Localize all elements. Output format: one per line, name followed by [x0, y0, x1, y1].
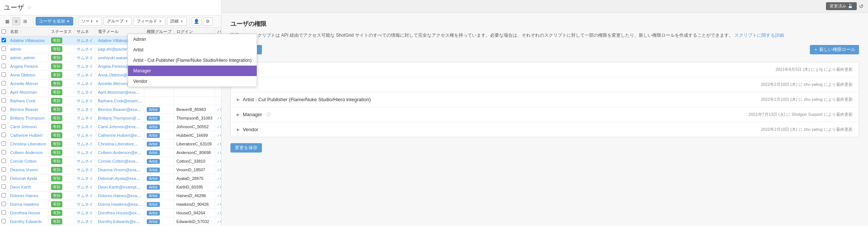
thumb-link[interactable]: サムネイ: [77, 90, 93, 94]
view-grid-btn[interactable]: ▦: [3, 17, 11, 25]
dropdown-item-manager[interactable]: Manager: [128, 66, 257, 76]
user-name-link[interactable]: Angela Perkins: [10, 64, 38, 69]
password-link[interactable]: パスワードを変更: [217, 185, 221, 189]
row-checkbox[interactable]: [2, 107, 6, 111]
row-checkbox[interactable]: [2, 159, 6, 163]
row-checkbox[interactable]: [2, 38, 6, 42]
password-link[interactable]: パスワードを変更: [217, 176, 221, 181]
group-button[interactable]: グループ ▼: [104, 17, 132, 25]
row-checkbox[interactable]: [2, 202, 6, 206]
dropdown-item-artist[interactable]: Artist: [128, 45, 257, 55]
role-header[interactable]: ▶ Admin 2021年8月5日 (木) に y hj により最終更新: [231, 62, 859, 77]
row-checkbox[interactable]: [2, 184, 6, 189]
thumb-link[interactable]: サムネイ: [77, 202, 93, 207]
dropdown-item-vendor[interactable]: Vendor: [128, 76, 257, 87]
select-all-checkbox[interactable]: [2, 29, 6, 34]
password-link[interactable]: パスワードを変更: [217, 142, 221, 146]
thumb-link[interactable]: サムネイ: [77, 193, 93, 198]
user-name-link[interactable]: Catherine Hulbert: [10, 133, 42, 138]
password-link[interactable]: パスワードを変更: [217, 159, 221, 163]
thumb-link[interactable]: サムネイ: [77, 64, 93, 69]
description-link[interactable]: スクリプトに関する詳細: [734, 33, 784, 38]
dropdown-item-admin[interactable]: Admin: [128, 34, 257, 45]
user-name-link[interactable]: Dorothy Edwards: [10, 219, 42, 224]
password-link[interactable]: パスワードを変更: [217, 124, 221, 129]
thumb-link[interactable]: サムネイ: [77, 81, 93, 86]
detail-button[interactable]: 詳細 ▼: [167, 17, 187, 25]
thumb-link[interactable]: サムネイ: [77, 38, 93, 43]
password-link[interactable]: パスワードを変更: [217, 211, 221, 215]
user-name-link[interactable]: Brittany Thompson: [10, 116, 45, 120]
user-name-link[interactable]: Annette Mercer: [10, 81, 38, 86]
row-checkbox[interactable]: [2, 72, 6, 77]
row-checkbox[interactable]: [2, 133, 6, 137]
add-user-button[interactable]: ユーザ を追加 ▼: [36, 17, 73, 25]
row-checkbox[interactable]: [2, 81, 6, 85]
email-link[interactable]: Bernice.Beaver@example.com: [98, 107, 144, 112]
sort-button[interactable]: ソート ▼: [78, 17, 102, 25]
reload-icon[interactable]: ↺: [859, 3, 863, 9]
row-checkbox[interactable]: [2, 176, 6, 180]
thumb-link[interactable]: サムネイ: [77, 219, 93, 224]
password-link[interactable]: パスワードを変更: [217, 168, 221, 172]
row-checkbox[interactable]: [2, 167, 6, 172]
thumb-link[interactable]: サムネイ: [77, 150, 93, 155]
row-checkbox[interactable]: [2, 46, 6, 51]
user-name-link[interactable]: Deon Karth: [10, 185, 31, 189]
row-checkbox[interactable]: [2, 64, 6, 68]
row-checkbox[interactable]: [2, 210, 6, 215]
email-link[interactable]: Donna.Hawkins@example.com: [98, 202, 144, 207]
user-name-link[interactable]: Dorothea House: [10, 211, 40, 215]
password-link[interactable]: パスワードを変更: [217, 193, 221, 198]
user-name-link[interactable]: Deborah Ayala: [10, 176, 37, 181]
user-name-link[interactable]: Bernice Beaver: [10, 107, 38, 112]
email-link[interactable]: Catherine.Hulbert@example.com: [98, 133, 144, 138]
email-link[interactable]: Christina.Liberatore@example.c: [98, 142, 144, 146]
new-role-button[interactable]: ＋ 新しい権限ロール: [810, 45, 859, 54]
row-checkbox[interactable]: [2, 193, 6, 198]
user-name-link[interactable]: Adaline Villaivazoo: [10, 38, 45, 43]
email-link[interactable]: Connie.Cotton@example.com: [98, 159, 144, 163]
email-link[interactable]: Carol.Johnson@example.com: [98, 124, 144, 129]
email-link[interactable]: Barbara.Cook@example.com: [98, 99, 144, 103]
email-link[interactable]: Deborah.Ayala@example.com: [98, 176, 144, 181]
user-name-link[interactable]: Anna Obleton: [10, 73, 35, 77]
view-detail-btn[interactable]: ⊞: [21, 17, 29, 25]
email-link[interactable]: Dorothy.Edwards@example.com: [98, 219, 144, 224]
row-checkbox[interactable]: [2, 115, 6, 120]
thumb-link[interactable]: サムネイ: [77, 185, 93, 189]
person-icon-button[interactable]: 👤: [192, 17, 202, 25]
role-header[interactable]: ▶ Manager ⓘ 2021年7月13日 (火) に Shotgun Sup…: [231, 107, 859, 122]
row-checkbox[interactable]: [2, 90, 6, 94]
save-button-bottom[interactable]: 変更を保存: [230, 143, 262, 153]
email-link[interactable]: Deanna.Vroom@example.com: [98, 168, 144, 172]
email-link[interactable]: Dorothea.House@example.com: [98, 211, 144, 215]
thumb-link[interactable]: サムネイ: [77, 116, 93, 120]
password-link[interactable]: パスワードを変更: [217, 133, 221, 138]
user-name-link[interactable]: Dolores Haines: [10, 193, 38, 198]
email-link[interactable]: April.Moorman@example.com: [98, 90, 144, 94]
role-header[interactable]: ▶ Artist - Cut Publisher (Flame/Nuke Stu…: [231, 92, 859, 107]
email-link[interactable]: Dolores.Haines@example.com: [98, 193, 144, 198]
user-name-link[interactable]: Carol Johnson: [10, 124, 37, 129]
role-header[interactable]: ▶ Artist 2022年2月10日 (木) に zhu yating により…: [231, 77, 859, 92]
dropdown-item-artist-cut[interactable]: Artist - Cut Publisher (Flame/Nuke Studi…: [128, 55, 257, 66]
row-checkbox[interactable]: [2, 219, 6, 223]
password-link[interactable]: パスワードを変更: [217, 150, 221, 155]
thumb-link[interactable]: サムネイ: [77, 124, 93, 129]
user-name-link[interactable]: Deanna Vroom: [10, 168, 38, 172]
thumb-link[interactable]: サムネイ: [77, 168, 93, 172]
password-link[interactable]: パスワードを変更: [217, 107, 221, 112]
user-name-link[interactable]: Colleen Anderson: [10, 150, 43, 155]
user-name-link[interactable]: Christina Liberatore: [10, 142, 46, 146]
thumb-link[interactable]: サムネイ: [77, 47, 93, 51]
password-link[interactable]: パスワードを変更: [217, 116, 221, 120]
saved-button[interactable]: 変更済み 💾: [826, 2, 857, 10]
password-link[interactable]: パスワードを変更: [217, 219, 221, 224]
info-icon[interactable]: ⓘ: [266, 112, 271, 117]
thumb-link[interactable]: サムネイ: [77, 55, 93, 60]
thumb-link[interactable]: サムネイ: [77, 73, 93, 77]
row-checkbox[interactable]: [2, 124, 6, 129]
email-link[interactable]: Brittany.Thompson@example.co: [98, 116, 144, 120]
email-link[interactable]: Deon.Karth@example.com: [98, 185, 144, 189]
